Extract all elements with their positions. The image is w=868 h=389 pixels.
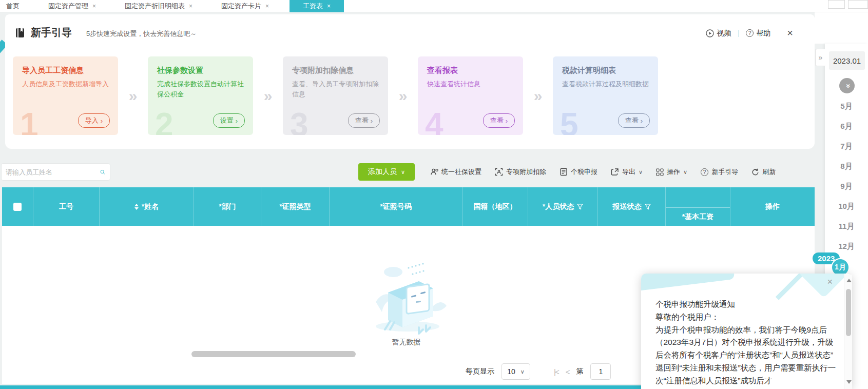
tab-bar: 首页 固定资产管理× 固定资产折旧明细表× 固定资产卡片× 工资表× <box>0 0 868 12</box>
close-notice-icon[interactable]: × <box>827 277 833 287</box>
refresh-button[interactable]: 刷新 <box>751 167 776 177</box>
play-icon <box>706 29 714 37</box>
expand-panel-icon[interactable]: » <box>815 49 825 66</box>
step-card-import-salary: 导入员工工资信息 人员信息及工资数据新增导入 1 导入› <box>13 56 118 135</box>
guide-title: 新手引导 <box>31 26 72 40</box>
operations-button[interactable]: 操作 ∨ <box>656 167 687 177</box>
scan-person-icon <box>495 168 503 176</box>
chevron-right-icon: » <box>253 56 283 135</box>
filter-icon[interactable] <box>645 204 651 210</box>
chevron-down-icon: ∨ <box>683 169 687 176</box>
step-number: 5 <box>560 108 578 135</box>
scrollbar-thumb[interactable] <box>846 289 851 336</box>
search-icon[interactable] <box>100 168 105 177</box>
tab-home[interactable]: 首页 <box>1 0 25 12</box>
close-icon[interactable]: × <box>265 3 269 10</box>
chevron-right-icon: » <box>388 56 418 135</box>
view-button[interactable]: 查看› <box>483 113 515 128</box>
page-prefix: 第 <box>576 367 583 376</box>
titlebar-button[interactable] <box>828 0 845 9</box>
close-icon[interactable]: × <box>92 3 96 10</box>
social-security-button[interactable]: 统一社保设置 <box>430 167 481 177</box>
person-gear-icon <box>430 168 438 176</box>
scroll-down-arrow-icon[interactable] <box>846 380 852 384</box>
tab-payroll[interactable]: 工资表× <box>290 0 344 12</box>
month-item[interactable]: 9月 <box>825 177 868 197</box>
tab-fixed-assets[interactable]: 固定资产管理× <box>43 0 101 12</box>
notice-body: 为提升个税申报功能的效率，我们将于今晚9点后（2023年3月7日）对个税申报系统… <box>655 324 840 387</box>
prev-page-icon[interactable]: < <box>566 367 569 376</box>
notice-greeting: 尊敬的个税用户： <box>655 311 840 324</box>
question-icon: ? <box>746 29 754 37</box>
toolbar-actions: 统一社保设置 专项附加扣除 个税申报 导出 ∨ <box>430 163 776 181</box>
step-number: 1 <box>20 108 38 135</box>
help-link[interactable]: ? 帮助 <box>746 29 770 38</box>
close-guide-icon[interactable]: × <box>787 27 793 39</box>
step-card-reports: 查看报表 快速查看统计信息 4 查看› <box>418 56 523 135</box>
special-deduction-button[interactable]: 专项附加扣除 <box>495 167 546 177</box>
add-person-button[interactable]: 添加人员 ∨ <box>358 163 415 181</box>
step-number: 3 <box>290 108 308 135</box>
column-department: *部门 <box>194 187 261 226</box>
first-page-icon[interactable]: |< <box>554 367 558 376</box>
close-icon[interactable]: × <box>189 3 192 10</box>
month-item[interactable]: 7月 <box>825 137 868 157</box>
titlebar-button[interactable] <box>848 0 868 9</box>
employee-search <box>1 163 110 181</box>
select-all-checkbox[interactable] <box>13 203 22 211</box>
scroll-up-arrow-icon[interactable] <box>846 279 852 282</box>
chevron-down-icon: ∨ <box>520 368 525 375</box>
video-link[interactable]: 视频 <box>706 29 731 38</box>
month-item[interactable]: 11月 <box>825 217 868 237</box>
book-icon <box>14 27 26 38</box>
guide-subtitle: 5步快速完成设置，快去完善信息吧～ <box>86 29 197 38</box>
newbie-guide-button[interactable]: ? 新手引导 <box>701 167 738 177</box>
import-button[interactable]: 导入› <box>78 113 110 128</box>
chevron-down-icon: ∨ <box>401 169 405 176</box>
close-icon[interactable]: × <box>327 3 331 10</box>
tab-asset-card[interactable]: 固定资产卡片× <box>216 0 274 12</box>
notice-text: 个税申报功能升级通知 尊敬的个税用户： 为提升个税申报功能的效率，我们将于今晚9… <box>655 298 840 387</box>
divider <box>738 30 739 37</box>
column-id-number: *证照号码 <box>330 187 462 226</box>
scroll-up-button[interactable]: « <box>839 78 855 93</box>
view-button[interactable]: 查看› <box>618 113 650 128</box>
column-person-status: *人员状态 <box>528 187 598 226</box>
select-all-cell <box>2 187 33 226</box>
column-employee-id: 工号 <box>33 187 100 226</box>
per-page-label: 每页显示 <box>466 367 494 376</box>
setup-button[interactable]: 设置› <box>213 113 245 128</box>
tax-calculator-icon <box>560 168 568 176</box>
page-number-input[interactable] <box>590 363 611 380</box>
column-base-salary: *基本工资 <box>666 187 730 226</box>
per-page-select[interactable]: 10 ∨ <box>501 363 530 380</box>
filter-icon[interactable] <box>577 204 583 210</box>
export-icon <box>611 168 619 176</box>
step-card-special-deduction: 专项附加扣除信息 查看、导入员工专项附加扣除信息 3 查看› <box>283 56 388 135</box>
month-item[interactable]: 6月 <box>825 116 868 137</box>
double-chevron-up-icon: « <box>843 84 852 88</box>
upgrade-notice-popup: × 个税申报功能升级通知 尊敬的个税用户： 为提升个税申报功能的效率，我们将于今… <box>641 274 852 389</box>
view-button[interactable]: 查看› <box>348 113 380 128</box>
column-nationality: 国籍（地区） <box>462 187 528 226</box>
step-number: 4 <box>425 108 443 135</box>
question-icon: ? <box>701 168 708 176</box>
month-item[interactable]: 10月 <box>825 197 868 217</box>
export-button[interactable]: 导出 ∨ <box>611 167 643 177</box>
tab-depreciation-detail[interactable]: 固定资产折旧明细表× <box>120 0 198 12</box>
column-id-type: *证照类型 <box>261 187 330 226</box>
step-card-tax-detail: 税款计算明细表 查看税款计算过程及明细数据 5 查看› <box>553 56 658 135</box>
tax-filing-button[interactable]: 个税申报 <box>560 167 597 177</box>
sort-icon[interactable] <box>134 204 139 210</box>
month-item[interactable]: 8月 <box>825 157 868 177</box>
chevron-right-icon: » <box>118 56 148 135</box>
selected-period[interactable]: 2023.01 <box>829 51 865 70</box>
step-card-social-params: 社保参数设置 完成社保参数设置自动计算社保公积金 2 设置› <box>148 56 253 135</box>
search-input[interactable] <box>2 168 100 176</box>
chevron-right-icon: » <box>523 56 553 135</box>
horizontal-scrollbar[interactable] <box>191 351 356 357</box>
pagination: 每页显示 10 ∨ |< < 第 <box>466 363 611 380</box>
notice-scrollbar <box>844 275 852 389</box>
newbie-guide-panel: 新手引导 5步快速完成设置，快去完善信息吧～ 视频 ? 帮助 × 导入员工工资信… <box>5 14 815 149</box>
month-item[interactable]: 5月 <box>825 96 868 116</box>
